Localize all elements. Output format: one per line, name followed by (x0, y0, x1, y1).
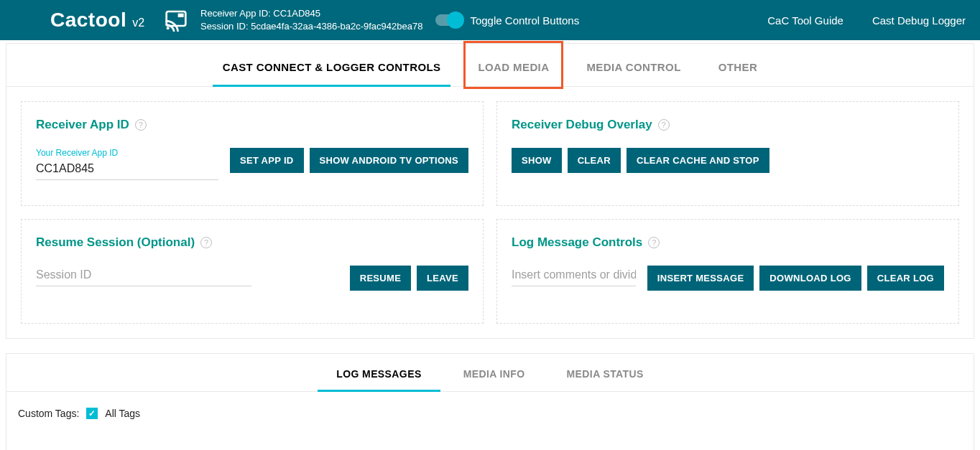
toggle-knob (447, 11, 464, 29)
card-title-resume-session: Resume Session (Optional) (36, 235, 195, 250)
set-app-id-button[interactable]: SET APP ID (230, 148, 304, 173)
app-header: Cactool v2 Receiver App ID: CC1AD845 Ses… (0, 0, 980, 40)
main-tabs-bar: CAST CONNECT & LOGGER CONTROLS LOAD MEDI… (6, 43, 974, 87)
card-resume-session: Resume Session (Optional) ? RESUME LEAVE (21, 219, 484, 324)
leave-button[interactable]: LEAVE (417, 266, 468, 291)
session-ids: Receiver App ID: CC1AD845 Session ID: 5c… (200, 7, 422, 33)
toggle-control-buttons-label: Toggle Control Buttons (470, 14, 579, 27)
session-id-header: Session ID: 5cdae4fa-32aa-4386-ba2c-9fac… (200, 20, 422, 33)
lower-section: LOG MESSAGES MEDIA INFO MEDIA STATUS Cus… (6, 353, 974, 450)
resume-button[interactable]: RESUME (350, 266, 411, 291)
debug-show-button[interactable]: SHOW (512, 148, 562, 173)
lower-tab-media-status[interactable]: MEDIA STATUS (564, 368, 647, 391)
session-id-input[interactable] (36, 266, 251, 286)
lower-tab-media-info[interactable]: MEDIA INFO (461, 368, 528, 391)
help-icon[interactable]: ? (135, 119, 147, 131)
tab-load-media[interactable]: LOAD MEDIA (475, 61, 552, 86)
card-title-log-controls: Log Message Controls (512, 235, 642, 250)
card-log-message-controls: Log Message Controls ? INSERT MESSAGE DO… (496, 219, 959, 324)
all-tags-checkbox[interactable]: ✓ (86, 408, 98, 419)
help-icon[interactable]: ? (200, 237, 212, 248)
tab-media-control[interactable]: MEDIA CONTROL (583, 61, 683, 86)
card-title-debug-overlay: Receiver Debug Overlay (512, 118, 652, 132)
receiver-app-id-input[interactable] (36, 159, 218, 180)
tab-cast-connect[interactable]: CAST CONNECT & LOGGER CONTROLS (220, 61, 444, 86)
log-comment-input[interactable] (512, 266, 636, 286)
custom-tags-label: Custom Tags: (18, 408, 79, 419)
clear-log-button[interactable]: CLEAR LOG (867, 266, 944, 291)
download-log-button[interactable]: DOWNLOAD LOG (759, 266, 861, 291)
content-grid: Receiver App ID ? Your Receiver App ID S… (6, 87, 974, 339)
link-cac-tool-guide[interactable]: CaC Tool Guide (767, 14, 843, 27)
lower-tab-log-messages[interactable]: LOG MESSAGES (333, 368, 424, 391)
receiver-app-id-header: Receiver App ID: CC1AD845 (200, 7, 422, 20)
show-android-tv-options-button[interactable]: SHOW ANDROID TV OPTIONS (310, 148, 468, 173)
insert-message-button[interactable]: INSERT MESSAGE (647, 266, 754, 291)
all-tags-label: All Tags (105, 408, 140, 419)
debug-clear-button[interactable]: CLEAR (568, 148, 621, 173)
svg-rect-2 (178, 14, 184, 17)
svg-point-1 (167, 27, 170, 29)
brand-name: Cactool (50, 9, 126, 32)
tab-other[interactable]: OTHER (716, 61, 761, 86)
card-receiver-app-id: Receiver App ID ? Your Receiver App ID S… (21, 101, 484, 206)
receiver-app-id-label: Your Receiver App ID (36, 148, 218, 158)
brand-version: v2 (132, 17, 144, 29)
card-title-receiver-app-id: Receiver App ID (36, 118, 129, 132)
toggle-control-buttons[interactable] (435, 14, 461, 26)
help-icon[interactable]: ? (648, 237, 660, 248)
brand: Cactool v2 (50, 9, 144, 32)
debug-clear-cache-stop-button[interactable]: CLEAR CACHE AND STOP (627, 148, 769, 173)
cast-icon[interactable] (159, 9, 193, 32)
card-receiver-debug-overlay: Receiver Debug Overlay ? SHOW CLEAR CLEA… (496, 101, 959, 206)
help-icon[interactable]: ? (658, 119, 670, 131)
link-cast-debug-logger[interactable]: Cast Debug Logger (872, 14, 966, 27)
